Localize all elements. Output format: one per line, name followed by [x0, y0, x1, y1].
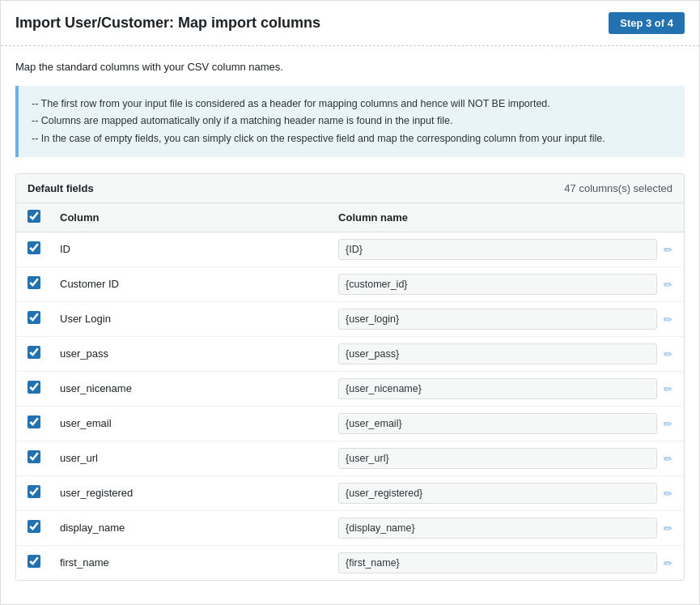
row-label-2: User Login [60, 313, 338, 325]
row-label-3: user_pass [60, 347, 338, 360]
row-checkbox-area[interactable] [28, 346, 60, 361]
row-checkbox-area[interactable] [28, 415, 60, 431]
row-value-5[interactable]: {user_email} [338, 413, 657, 434]
edit-icon-1[interactable] [664, 278, 672, 291]
row-checkbox-7[interactable] [28, 485, 40, 498]
row-checkbox-area[interactable] [28, 381, 60, 396]
row-checkbox-area[interactable] [28, 276, 60, 292]
row-checkbox-area[interactable] [28, 450, 60, 466]
table-row: user_nicename {user_nicename} [16, 372, 684, 407]
row-label-4: user_nicename [60, 382, 338, 394]
info-box: -- The first row from your input file is… [15, 86, 685, 157]
row-label-7: user_registered [60, 487, 338, 499]
row-value-7[interactable]: {user_registered} [338, 483, 657, 504]
row-checkbox-1[interactable] [28, 276, 40, 289]
row-checkbox-4[interactable] [28, 381, 40, 394]
row-value-container-2: {user_login} [338, 309, 672, 330]
header-checkbox-area[interactable] [28, 210, 60, 225]
row-checkbox-area[interactable] [28, 485, 60, 501]
row-value-container-4: {user_nicename} [338, 378, 672, 399]
rows-container: ID {ID} Customer ID {customer_id} User L… [16, 232, 684, 580]
row-checkbox-area[interactable] [28, 520, 60, 535]
row-checkbox-0[interactable] [28, 241, 40, 254]
table-row: User Login {user_login} [16, 302, 684, 337]
info-line-1: -- The first row from your input file is… [32, 96, 672, 113]
row-label-1: Customer ID [60, 278, 338, 290]
table-row: ID {ID} [16, 232, 684, 267]
row-label-0: ID [60, 243, 338, 255]
page-container: Import User/Customer: Map import columns… [0, 0, 700, 605]
row-checkbox-3[interactable] [28, 346, 40, 359]
row-value-container-0: {ID} [338, 239, 672, 260]
row-value-container-1: {customer_id} [338, 274, 672, 295]
edit-icon-9[interactable] [664, 556, 672, 569]
row-value-3[interactable]: {user_pass} [338, 343, 657, 364]
info-line-2: -- Columns are mapped automatically only… [32, 113, 672, 130]
page-body: Map the standard columns with your CSV c… [1, 46, 699, 581]
row-value-2[interactable]: {user_login} [338, 309, 657, 330]
row-label-8: display_name [60, 522, 338, 534]
edit-icon-0[interactable] [664, 243, 672, 256]
edit-icon-3[interactable] [664, 347, 672, 360]
row-checkbox-8[interactable] [28, 520, 40, 533]
step-badge: Step 3 of 4 [609, 12, 685, 34]
edit-icon-5[interactable] [664, 417, 672, 430]
info-line-3: -- In the case of empty fields, you can … [32, 130, 672, 147]
row-checkbox-area[interactable] [28, 241, 60, 257]
row-checkbox-5[interactable] [28, 415, 40, 428]
row-value-container-3: {user_pass} [338, 343, 672, 364]
row-value-4[interactable]: {user_nicename} [338, 378, 657, 399]
page-title: Import User/Customer: Map import columns [15, 15, 320, 32]
row-value-container-8: {display_name} [338, 518, 672, 539]
row-checkbox-9[interactable] [28, 555, 40, 568]
page-description: Map the standard columns with your CSV c… [15, 61, 685, 73]
table-row: Customer ID {customer_id} [16, 267, 684, 302]
table-section: Default fields 47 columns(s) selected Co… [15, 173, 685, 581]
page-header: Import User/Customer: Map import columns… [1, 1, 699, 46]
col-header-colname: Column name [338, 211, 672, 224]
row-value-1[interactable]: {customer_id} [338, 274, 657, 295]
edit-icon-4[interactable] [664, 382, 672, 395]
row-label-5: user_email [60, 417, 338, 429]
edit-icon-6[interactable] [664, 452, 672, 465]
column-headers-row: Column Column name [16, 203, 684, 232]
row-label-6: user_url [60, 452, 338, 464]
row-value-container-9: {first_name} [338, 552, 672, 573]
section-title: Default fields [28, 182, 94, 194]
edit-icon-8[interactable] [664, 522, 672, 535]
row-value-8[interactable]: {display_name} [338, 518, 657, 539]
select-all-checkbox[interactable] [28, 210, 40, 223]
table-row: user_url {user_url} [16, 441, 684, 476]
row-checkbox-area[interactable] [28, 311, 60, 326]
row-value-0[interactable]: {ID} [338, 239, 657, 260]
table-row: user_registered {user_registered} [16, 476, 684, 511]
columns-selected-count: 47 columns(s) selected [564, 182, 672, 194]
table-row: user_email {user_email} [16, 407, 684, 441]
col-header-column: Column [60, 211, 338, 224]
row-checkbox-area[interactable] [28, 555, 60, 570]
table-header-bar: Default fields 47 columns(s) selected [16, 174, 684, 203]
row-value-container-7: {user_registered} [338, 483, 672, 504]
table-row: first_name {first_name} [16, 546, 684, 580]
row-checkbox-2[interactable] [28, 311, 40, 324]
row-value-container-6: {user_url} [338, 448, 672, 469]
table-row: user_pass {user_pass} [16, 337, 684, 372]
row-label-9: first_name [60, 556, 338, 569]
row-value-9[interactable]: {first_name} [338, 552, 657, 573]
edit-icon-7[interactable] [664, 487, 672, 500]
row-value-6[interactable]: {user_url} [338, 448, 657, 469]
table-row: display_name {display_name} [16, 511, 684, 546]
row-checkbox-6[interactable] [28, 450, 40, 463]
row-value-container-5: {user_email} [338, 413, 672, 434]
edit-icon-2[interactable] [664, 313, 672, 326]
